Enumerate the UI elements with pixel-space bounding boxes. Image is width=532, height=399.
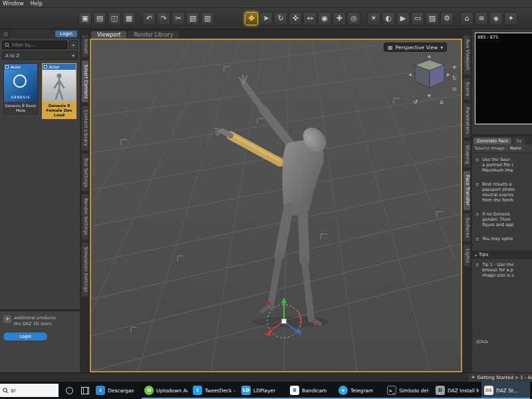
cut-icon[interactable]: ✂ (172, 12, 185, 25)
content-item-genesis8-female-dev-load[interactable]: Actor Genesis 8 Female Dev Load (42, 63, 76, 119)
telegram-icon: ➤ (338, 386, 348, 395)
login-button[interactable]: Login (55, 31, 77, 37)
tab-smart-content[interactable]: Smart Content (81, 60, 89, 103)
view-cube[interactable] (415, 60, 444, 88)
taskbar-search[interactable]: ar (0, 384, 59, 397)
tips-section-header[interactable]: ▾ Tips (472, 251, 532, 259)
menu-icon[interactable]: ≡ (475, 12, 488, 25)
tab-generate-face[interactable]: Generate Face (473, 138, 511, 144)
tab-parameters[interactable]: Parameters (463, 102, 471, 138)
translate-tool-icon[interactable]: ✜ (289, 12, 302, 25)
import-icon[interactable]: ▦ (122, 12, 136, 25)
female-figure-icon (43, 70, 76, 102)
tab-scene[interactable]: Scene (463, 77, 471, 100)
windows-taskbar: ar ↓ Descargas U Uptodown Ad... t TweetD… (0, 382, 532, 399)
aux-viewport-pane: 983 : 675 (472, 29, 532, 136)
tab-face-transfer[interactable]: Face Transfer (463, 170, 471, 210)
chevron-down-icon: ▾ (440, 45, 443, 51)
genesis-figure[interactable] (215, 76, 331, 326)
taskbar-app-descargas[interactable]: ↓ Descargas (93, 382, 142, 399)
taskbar-app-uptodown[interactable]: U Uptodown Ad... (142, 382, 190, 399)
taskbar-app-command-prompt[interactable]: >_ Símbolo del sis... (384, 382, 433, 399)
create-node-icon[interactable]: ✚ (332, 12, 346, 25)
tab-lights[interactable]: Lights (463, 244, 471, 267)
instruction-text: Maximum ima (482, 168, 513, 173)
daz-studio-icon: DS (484, 386, 493, 395)
taskbar-app-ldplayer[interactable]: LD LDPlayer (239, 382, 287, 399)
open-file-icon[interactable]: ▤ (93, 12, 106, 25)
pane-grid-icon: ▦ (388, 45, 393, 51)
chevron-down-icon: ▾ (72, 53, 74, 59)
sphere-tool-icon[interactable]: ◐ (382, 12, 395, 25)
tab-save[interactable]: Sa (513, 138, 525, 144)
task-view-button[interactable] (77, 387, 93, 394)
frame-icon[interactable]: ▭ (411, 12, 424, 25)
tab-viewport[interactable]: Viewport (91, 31, 126, 39)
sort-label: A to Z (5, 53, 19, 59)
collapse-triangle-icon: ▾ (475, 253, 477, 257)
paste-icon[interactable]: ▥ (201, 12, 214, 25)
home-view-icon: ⌂ (440, 98, 444, 105)
getting-started-breadcrumb[interactable]: ✦ Getting Started > 1 - Adding a Figure (468, 373, 532, 382)
taskbar-app-daz-install-manager[interactable]: D DAZ Install Ma... (433, 382, 481, 399)
undo-icon[interactable]: ↶ (142, 12, 156, 25)
filter-options-button[interactable]: ▾ (69, 41, 78, 49)
tab-render-library[interactable]: Render Library (128, 31, 179, 39)
store-icon: + (3, 315, 11, 323)
redo-icon[interactable]: ↷ (157, 12, 170, 25)
source-image-row[interactable]: Source Image : None (472, 144, 532, 153)
sort-dropdown[interactable]: A to Z ▾ (2, 51, 78, 60)
item-checkbox[interactable] (5, 65, 9, 68)
tab-tool-settings[interactable]: Tool Settings (81, 153, 89, 192)
new-scene-icon[interactable]: ▣ (78, 12, 92, 25)
app-label: DAZ Install Ma... (448, 388, 479, 394)
help-icon: ? (474, 157, 480, 163)
misc-tool-group: ⌂ ≡ ◈ ✦ (460, 12, 517, 25)
dform-tool-icon[interactable]: ◉ (318, 12, 331, 25)
settings-icon[interactable]: ⚙ (440, 12, 454, 25)
content-item-genesis8-basic-male[interactable]: Actor GENESIS Genesis 8 Basic Male (3, 63, 38, 114)
tab-simulation-settings[interactable]: Simulation Settings (81, 242, 89, 297)
item-checkbox[interactable] (44, 65, 47, 68)
taskbar-app-tweetdeck[interactable]: t TweetDeck - G... (190, 382, 239, 399)
tab-shaping[interactable]: Shaping (463, 140, 471, 168)
home-icon[interactable]: ⌂ (460, 12, 473, 25)
genesis-logo-text: GENESIS (4, 95, 37, 99)
camera-view-selector[interactable]: ▦ Perspective View ▾ (384, 43, 447, 52)
rotate-tool-icon[interactable]: ↻ (274, 12, 287, 25)
copy-icon[interactable]: ▧ (186, 12, 200, 25)
scene-tool-group: ✥ ➤ ↻ ✜ ↔ ◉ ✚ ◎ (245, 12, 360, 25)
tab-render-settings[interactable]: Render Settings (81, 194, 89, 240)
camera-tool-icon[interactable]: ◎ (347, 12, 360, 25)
taskbar-app-bandicam[interactable]: B Bandicam (287, 382, 336, 399)
scale-tool-icon[interactable]: ↔ (303, 12, 317, 25)
tab-aux-viewport[interactable]: Aux Viewport (463, 35, 471, 75)
menu-help[interactable]: Help (31, 1, 43, 7)
store-login-button[interactable]: Login (3, 332, 47, 340)
save-file-icon[interactable]: ◫ (108, 12, 121, 25)
tab-content-library[interactable]: Content Library (81, 105, 89, 151)
node-select-tool-icon[interactable]: ➤ (259, 12, 273, 25)
search-icon (5, 43, 10, 48)
taskbar-app-daz-studio[interactable]: DS DAZ St... (481, 382, 530, 399)
texture-icon[interactable]: ▨ (426, 12, 439, 25)
tab-surfaces[interactable]: Surfaces (463, 213, 471, 242)
menu-window[interactable]: Window (3, 1, 24, 7)
universal-tool-icon[interactable]: ✥ (245, 12, 258, 25)
star-icon[interactable]: ✦ (504, 12, 517, 25)
tab-install[interactable]: Install (81, 35, 89, 58)
render-tool-group: ☀ ◐ ▶ ▭ ▨ ⚙ (367, 12, 454, 25)
light-tool-icon[interactable]: ☀ (367, 12, 380, 25)
render-icon[interactable]: ▶ (396, 12, 410, 25)
category-label: Actor (49, 65, 59, 69)
instruction-text: from the foreh (482, 198, 515, 203)
aux-viewport-preview[interactable]: 983 : 675 (475, 33, 532, 124)
cortana-button[interactable] (61, 387, 77, 394)
pane-options-icon[interactable] (3, 31, 9, 37)
node-icon[interactable]: ◈ (489, 12, 503, 25)
taskbar-app-telegram[interactable]: ➤ Telegram (336, 382, 384, 399)
file-tool-group: ▣ ▤ ◫ ▦ (78, 12, 136, 25)
viewport-canvas[interactable]: ▲▼ ◀▶ ↺ ⌂ ✛ ↻ ◎ ▦ Perspective View ▾ (90, 39, 462, 372)
aux-resolution-label: 983 : 675 (477, 35, 498, 40)
filter-input[interactable]: Filter by... (2, 41, 67, 49)
